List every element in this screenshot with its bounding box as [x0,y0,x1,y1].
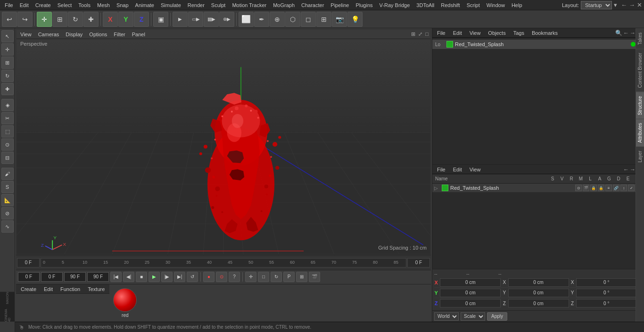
menu-script[interactable]: Script [464,1,483,9]
playback-mode-btn5[interactable]: ⊞ [296,272,307,282]
redo-button[interactable]: ↪ [17,12,33,27]
obj-menu-file[interactable]: File [435,30,447,36]
menu-mesh[interactable]: Mesh [94,1,113,9]
y-axis-btn[interactable]: Y [118,12,133,27]
menu-render[interactable]: Render [185,1,207,9]
menu-vray[interactable]: V-Ray Bridge [377,1,413,9]
menu-3dtoall[interactable]: 3DToAll [413,1,437,9]
attr-icon-6[interactable]: 🔗 [613,185,619,191]
obj-panel-search[interactable]: 🔍 [615,30,622,36]
sidebar-move[interactable]: ✛ [1,43,14,56]
material-menu-function[interactable]: Function [58,286,82,292]
viewport-menu-filter[interactable]: Filter [112,31,127,38]
menu-mograph[interactable]: MoGraph [270,1,297,9]
pen-btn[interactable]: ✒ [254,12,269,27]
grid-btn[interactable]: ⊞ [316,12,331,27]
end-frame-input1[interactable] [64,272,86,282]
sidebar-measure[interactable]: 📐 [1,194,14,206]
camera-btn[interactable]: 📷 [332,12,347,27]
playback-mode-btn2[interactable]: □ [258,272,269,282]
snap-btn[interactable]: ⊕ [270,12,285,27]
menu-snap[interactable]: Snap [114,1,132,9]
sidebar-transform[interactable]: ✚ [1,83,14,95]
viewport-3d[interactable]: X Y Z Perspective Grid Spacing : 10 cm [17,39,430,254]
z-axis-btn[interactable]: Z [134,12,149,27]
menu-select[interactable]: Select [55,1,75,9]
right-tab-content-browser[interactable]: Content Browser [636,49,644,91]
attr-icon-4[interactable]: 🔒 [598,185,604,191]
menu-create[interactable]: Create [33,1,54,9]
scale-tool[interactable]: ⊞ [52,12,67,27]
menu-redshift[interactable]: Redshift [438,1,462,9]
sidebar-extrude[interactable]: ⬚ [1,125,14,138]
start-frame-input[interactable] [18,272,40,282]
render-region-btn[interactable]: ▭▶ [188,12,203,27]
right-tab-takes[interactable]: Takes [636,28,644,49]
object-mode-btn[interactable]: ▣ [153,12,168,27]
menu-edit[interactable]: Edit [17,1,32,9]
viewport-menu-cameras[interactable]: Cameras [36,31,61,38]
menu-motion-tracker[interactable]: Motion Tracker [229,1,269,9]
coord-x-scale[interactable] [508,278,569,287]
material-item[interactable]: red [113,288,137,318]
object-row-selected[interactable]: Lo Red_Twisted_Splash [432,40,644,49]
right-tab-attributes[interactable]: Attributes [636,119,644,146]
first-frame-btn[interactable]: |◀ [110,272,122,282]
menu-file[interactable]: File [2,1,16,9]
menu-simulate[interactable]: Simulate [158,1,184,9]
layout-forward[interactable]: → [629,1,635,8]
attr-object-row[interactable]: ▷ Red_Twisted_Splash ⊙ 🎬 🔒 🔒 ≡ [432,184,644,192]
auto-record-btn[interactable]: ⊙ [216,272,227,282]
sidebar-weld[interactable]: ⊙ [1,138,14,151]
obj-panel-fwd[interactable]: → [630,30,636,36]
material-menu-edit[interactable]: Edit [42,286,55,292]
playback-mode-btn1[interactable]: ✛ [245,272,256,282]
attr-panel-back[interactable]: ← [623,166,629,173]
viewport-icon-arrows[interactable]: ⤢ [418,31,422,37]
sidebar-arrow[interactable]: ↖ [1,30,14,42]
right-tab-structure[interactable]: Structure [636,92,644,119]
viewport-menu-panel[interactable]: Panel [130,31,147,38]
sidebar-smooth[interactable]: S [1,181,14,193]
play-btn[interactable]: ▶ [149,272,160,282]
obj-menu-view[interactable]: View [468,30,483,36]
menu-pipeline[interactable]: Pipeline [328,1,352,9]
sidebar-magnet[interactable]: ⊘ [1,207,14,219]
obj-menu-edit[interactable]: Edit [451,30,464,36]
right-tab-layer[interactable]: Layer [636,146,644,166]
sidebar-poly[interactable]: ◈ [1,99,14,111]
move-tool[interactable]: ✛ [37,12,52,27]
material-preview[interactable] [113,288,137,312]
sidebar-knife[interactable]: ✂ [1,112,14,124]
render-all-btn[interactable]: ▦▶ [204,12,219,27]
attr-menu-edit[interactable]: Edit [451,166,464,173]
viewport-icon-maximize[interactable]: □ [425,31,429,37]
stop-btn[interactable]: ■ [136,272,147,282]
menu-character[interactable]: Character [298,1,327,9]
menu-sculpt[interactable]: Sculpt [208,1,229,9]
select-btn[interactable]: ◻ [301,12,316,27]
playback-mode-btn3[interactable]: ↻ [271,272,282,282]
coord-y-scale[interactable] [508,289,569,297]
coord-z-pos[interactable] [440,299,501,308]
coord-z-rot[interactable] [576,299,637,308]
add-to-render-btn[interactable]: ⊕▶ [219,12,234,27]
attr-menu-file[interactable]: File [435,166,447,173]
attr-panel-fwd[interactable]: → [630,166,636,173]
transform-tool[interactable]: ✚ [83,12,99,27]
coord-z-scale[interactable] [508,299,569,308]
viewport-menu-display[interactable]: Display [64,31,84,38]
attr-icon-3[interactable]: 🔒 [590,185,597,191]
viewport-menu-view[interactable]: View [18,31,33,38]
light-btn[interactable]: 💡 [347,12,363,27]
attr-menu-view[interactable]: View [468,166,483,173]
viewport-menu-options[interactable]: Options [87,31,109,38]
menu-plugins[interactable]: Plugins [353,1,375,9]
menu-animate[interactable]: Animate [132,1,157,9]
cube-btn[interactable]: ⬜ [239,12,254,27]
rotate-tool[interactable]: ↻ [68,12,83,27]
attr-icon-2[interactable]: 🎬 [583,185,589,191]
obj-menu-objects[interactable]: Objects [486,30,507,36]
help-btn[interactable]: ? [229,272,240,282]
scale-dropdown[interactable]: Scale [461,312,485,321]
